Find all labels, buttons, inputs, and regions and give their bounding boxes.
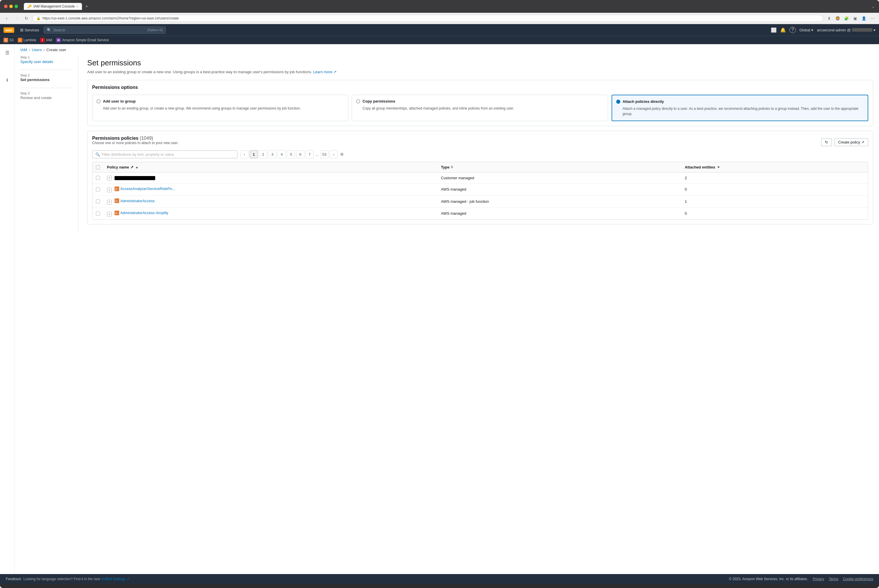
page-dots: ... (315, 152, 319, 157)
row-4-checkbox[interactable] (96, 212, 100, 216)
page-3-btn[interactable]: 3 (268, 150, 276, 158)
page-6-btn[interactable]: 6 (296, 150, 304, 158)
search-input[interactable] (53, 28, 146, 32)
cookie-preferences-link[interactable]: Cookie preferences (843, 577, 873, 581)
forward-btn[interactable]: › (13, 15, 20, 22)
close-window-btn[interactable] (4, 4, 8, 8)
breadcrumb-users[interactable]: Users (32, 48, 42, 52)
page-2-btn[interactable]: 2 (259, 150, 267, 158)
privacy-link[interactable]: Privacy (813, 577, 824, 581)
unified-settings-link[interactable]: Unified Settings ↗ (101, 577, 129, 581)
ses-icon: ✉ (56, 38, 61, 42)
services-menu-btn[interactable]: ⊞ Services (18, 26, 42, 33)
bookmark-iam-label: IAM (46, 38, 52, 42)
lock-icon: 🔒 (36, 16, 41, 20)
select-all-cell (92, 162, 104, 172)
page-5-btn[interactable]: 5 (287, 150, 295, 158)
maximize-window-btn[interactable] (15, 4, 18, 8)
user-menu[interactable]: arcsecond-admin @ ▾ (817, 28, 876, 32)
bookmark-s3[interactable]: S S3 (3, 37, 14, 43)
reload-btn[interactable]: ↻ (23, 15, 30, 22)
option-add-to-group[interactable]: Add user to group Add user to an existin… (92, 95, 348, 121)
filter-input-wrapper[interactable]: 🔍 (92, 150, 237, 158)
global-label: Global (799, 28, 810, 32)
minimize-window-btn[interactable] (9, 4, 13, 8)
active-tab[interactable]: 🔑 IAM Management Console × (24, 3, 82, 10)
option-copy-permissions[interactable]: Copy permissions Copy all group membersh… (352, 95, 608, 121)
radio-attach-policies[interactable] (616, 100, 620, 104)
page-title: Set permissions (87, 58, 873, 68)
address-bar[interactable]: 🔒 https://us-east-1.console.aws.amazon.c… (33, 15, 823, 22)
option-attach-policies[interactable]: Attach policies directly Attach a manage… (612, 95, 868, 121)
radio-copy-permissions[interactable] (356, 99, 360, 104)
sidebar-btn[interactable]: ▣ (852, 15, 859, 22)
steps-divider-1 (20, 70, 72, 70)
page-1-btn[interactable]: 1 (250, 150, 258, 158)
row-3-policy-link[interactable]: AdministratorAccess (120, 199, 155, 203)
row-3-checkbox[interactable] (96, 199, 100, 203)
row-1-attached: 2 (681, 172, 868, 184)
global-selector[interactable]: Global ▾ (799, 28, 814, 32)
back-btn[interactable]: ‹ (3, 15, 11, 22)
tab-close-btn[interactable]: × (77, 4, 78, 8)
bell-icon[interactable]: 🔔 (780, 27, 786, 33)
prev-page-btn[interactable]: ‹ (240, 150, 248, 158)
bookmark-iam[interactable]: I IAM (40, 37, 52, 43)
cloudshell-icon[interactable]: ⬜ (771, 27, 777, 33)
row-3-expand-btn[interactable]: + (107, 200, 112, 204)
policy-name-header[interactable]: Policy name ↗ (104, 162, 437, 172)
radio-add-to-group[interactable] (96, 99, 101, 104)
learn-more-link[interactable]: Learn more ↗ (313, 70, 337, 74)
help-icon[interactable]: ? (789, 27, 796, 33)
window-more-btn[interactable]: ⌄ (871, 4, 875, 9)
refresh-btn[interactable]: ↻ (821, 138, 832, 146)
bookmark-lambda[interactable]: λ Lambda (18, 37, 36, 43)
search-shortcut-hint: [Option+S] (147, 28, 162, 32)
row-2-expand-btn[interactable]: + (107, 188, 112, 192)
breadcrumb-iam[interactable]: IAM (20, 48, 27, 52)
lambda-icon: λ (18, 38, 23, 42)
row-2-checkbox[interactable] (96, 188, 100, 192)
page-53-btn[interactable]: 53 (320, 150, 329, 158)
row-4-expand-btn[interactable]: + (107, 212, 112, 216)
table-row: + ⬡ AccessAnalyzerServiceRolePo... (92, 183, 868, 195)
search-icon: 🔍 (47, 28, 51, 32)
type-header[interactable]: Type ⇅ (437, 162, 681, 172)
feedback-link[interactable]: Feedback (6, 577, 21, 581)
extensions-icon[interactable]: 🧩 (843, 15, 850, 22)
console-body: ☰ ℹ IAM › Users › Create user (0, 44, 879, 574)
share-btn[interactable]: ⬆ (825, 15, 832, 22)
menu-btn[interactable]: ⋯ (869, 15, 876, 22)
select-all-checkbox[interactable] (96, 165, 100, 170)
table-settings-btn[interactable]: ⚙ (339, 151, 345, 158)
brave-icon[interactable]: 🦁 (834, 15, 841, 22)
row-2-type: AWS managed (437, 183, 681, 195)
aws-logo: aws (3, 27, 14, 33)
attached-entities-header[interactable]: Attached entities (681, 162, 868, 172)
tab-favicon: 🔑 (27, 4, 32, 8)
page-7-btn[interactable]: 7 (305, 150, 314, 158)
profile-btn[interactable]: 👤 (860, 15, 867, 22)
step-1-name[interactable]: Specify user details (20, 60, 72, 64)
permissions-options-card: Permissions options Add user to group Ad… (87, 80, 873, 126)
page-4-btn[interactable]: 4 (278, 150, 286, 158)
global-dropdown-icon: ▾ (811, 28, 813, 32)
info-btn[interactable]: ℹ (4, 75, 10, 84)
aws-search-bar[interactable]: 🔍 [Option+S] (44, 26, 166, 34)
row-1-expand-btn[interactable]: + (107, 176, 112, 180)
content-with-steps: Step 1 Specify user details Step 2 Set p… (15, 56, 879, 232)
row-2-policy-link[interactable]: AccessAnalyzerServiceRolePo... (120, 186, 175, 191)
policies-table-element: Policy name ↗ Type (92, 162, 868, 219)
row-1-checkbox[interactable] (96, 176, 100, 180)
new-tab-btn[interactable]: + (86, 4, 88, 9)
browser-nav: ‹ › ↻ 🔒 https://us-east-1.console.aws.am… (0, 13, 879, 24)
footer-copyright: © 2023, Amazon Web Services, Inc. or its… (729, 577, 808, 581)
next-page-btn[interactable]: › (330, 150, 338, 158)
bookmark-ses[interactable]: ✉ Amazon Simple Email Service (56, 37, 109, 43)
row-4-policy-link[interactable]: AdministratorAccess-Amplify (120, 211, 168, 215)
sidebar-toggle-btn[interactable]: ☰ (3, 48, 12, 58)
terms-link[interactable]: Terms (829, 577, 838, 581)
browser-titlebar: 🔑 IAM Management Console × + ⌄ (0, 0, 879, 13)
filter-input[interactable] (102, 152, 234, 157)
create-policy-btn[interactable]: Create policy ↗ (834, 138, 868, 146)
